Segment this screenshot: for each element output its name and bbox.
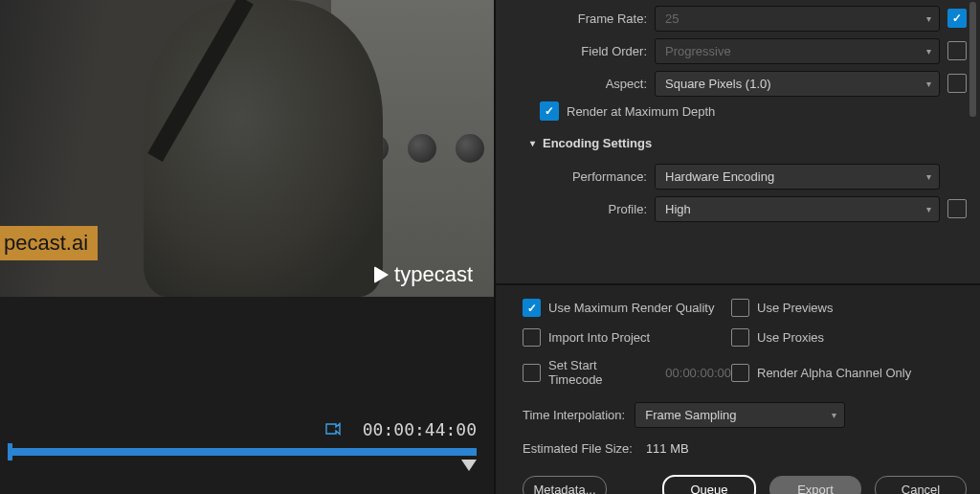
- encoding-settings-header[interactable]: ▾ Encoding Settings: [530, 136, 967, 150]
- chevron-down-icon: ▾: [926, 13, 931, 24]
- out-point-icon[interactable]: [323, 419, 343, 438]
- estimated-size-label: Estimated File Size:: [523, 441, 633, 456]
- typecast-logo: typecast: [374, 262, 473, 287]
- render-alpha-only-checkbox[interactable]: Render Alpha Channel Only: [731, 358, 967, 387]
- scrollbar[interactable]: [969, 2, 976, 117]
- aspect-label: Aspect:: [496, 77, 655, 91]
- metadata-button[interactable]: Metadata...: [523, 476, 607, 494]
- queue-button[interactable]: Queue: [662, 475, 756, 494]
- time-interpolation-dropdown[interactable]: Frame Sampling ▾: [635, 402, 845, 428]
- out-timecode[interactable]: 00:00:44:00: [363, 419, 477, 439]
- aspect-dropdown[interactable]: Square Pixels (1.0) ▾: [655, 71, 940, 97]
- export-settings-pane: Frame Rate: 25 ▾ Field Order: Progressiv…: [494, 0, 980, 494]
- time-interpolation-label: Time Interpolation:: [523, 408, 625, 422]
- render-max-depth-label: Render at Maximum Depth: [567, 104, 715, 119]
- field-order-label: Field Order:: [496, 44, 655, 58]
- logo-text: typecast: [394, 262, 473, 287]
- render-max-depth-checkbox[interactable]: [540, 101, 559, 121]
- profile-dropdown[interactable]: High ▾: [655, 196, 940, 222]
- work-area-bar[interactable]: [8, 448, 477, 456]
- frame-rate-label: Frame Rate:: [496, 11, 655, 26]
- video-settings-scroll[interactable]: Frame Rate: 25 ▾ Field Order: Progressiv…: [496, 0, 980, 283]
- field-order-dropdown[interactable]: Progressive ▾: [655, 38, 940, 64]
- profile-label: Profile:: [496, 202, 655, 216]
- timeline-area: 00:00:44:00: [0, 297, 494, 494]
- preview-pane: pecast.ai typecast 00:00:44:00: [0, 0, 494, 494]
- performance-dropdown[interactable]: Hardware Encoding ▾: [655, 164, 940, 190]
- field-order-link-checkbox[interactable]: [947, 41, 967, 60]
- chevron-down-icon: ▾: [926, 46, 931, 56]
- frame-rate-link-checkbox[interactable]: [947, 9, 967, 28]
- video-preview[interactable]: pecast.ai typecast: [0, 0, 494, 297]
- chevron-down-icon: ▾: [926, 79, 931, 89]
- profile-link-checkbox[interactable]: [947, 199, 967, 218]
- export-lower-panel: Use Maximum Render Quality Use Previews …: [496, 283, 980, 494]
- use-proxies-checkbox[interactable]: Use Proxies: [731, 328, 967, 347]
- import-into-project-checkbox[interactable]: Import Into Project: [523, 328, 731, 347]
- url-overlay: pecast.ai: [0, 226, 98, 260]
- timeline-track[interactable]: [8, 448, 477, 456]
- performance-label: Performance:: [496, 169, 655, 184]
- export-button[interactable]: Export: [769, 476, 861, 494]
- aspect-link-checkbox[interactable]: [947, 74, 967, 93]
- use-previews-checkbox[interactable]: Use Previews: [731, 299, 967, 317]
- chevron-down-icon: ▾: [926, 204, 931, 214]
- estimated-size-value: 111 MB: [646, 441, 689, 456]
- start-timecode-value: 00:00:00:00: [665, 366, 731, 380]
- chevron-down-icon: ▾: [926, 171, 931, 182]
- max-render-quality-checkbox[interactable]: Use Maximum Render Quality: [523, 299, 731, 317]
- cancel-button[interactable]: Cancel: [875, 476, 967, 494]
- playhead-icon[interactable]: [461, 460, 477, 471]
- set-start-timecode-checkbox[interactable]: Set Start Timecode 00:00:00:00: [523, 358, 731, 387]
- chevron-down-icon: ▾: [530, 138, 535, 148]
- play-triangle-icon: [374, 266, 389, 283]
- chevron-down-icon: ▾: [832, 410, 836, 420]
- frame-rate-dropdown[interactable]: 25 ▾: [655, 6, 940, 32]
